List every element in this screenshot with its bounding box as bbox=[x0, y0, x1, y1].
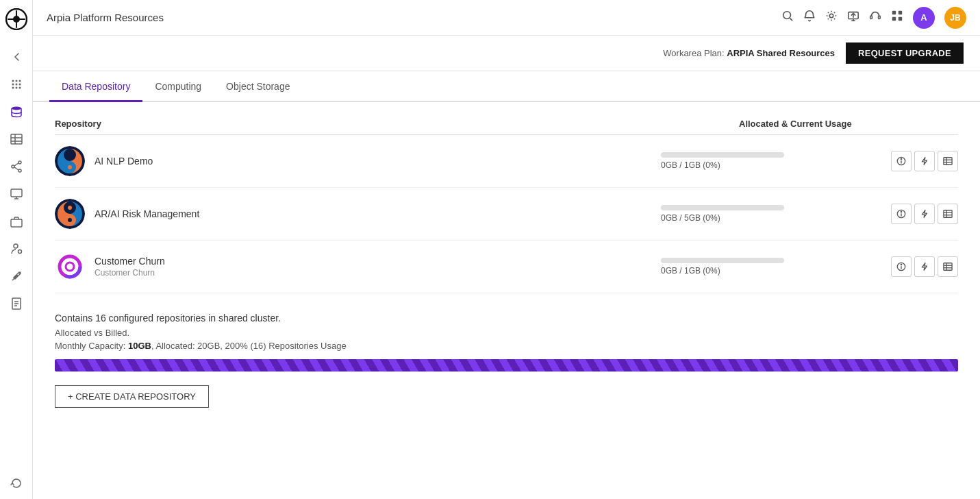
sidebar-item-person-settings[interactable] bbox=[9, 241, 24, 256]
svg-point-4 bbox=[18, 80, 21, 82]
sidebar-item-table[interactable] bbox=[9, 132, 24, 147]
col-repo-header: Repository bbox=[55, 119, 739, 129]
table-header: Repository Allocated & Current Usage bbox=[55, 119, 958, 135]
repo-name-nlp: AI NLP Demo bbox=[95, 156, 153, 167]
avatar-purple[interactable]: A bbox=[913, 7, 935, 29]
usage-bar-ar bbox=[661, 205, 784, 210]
svg-point-8 bbox=[12, 87, 14, 89]
col-usage-header: Allocated & Current Usage bbox=[739, 119, 958, 129]
page-content: Repository Allocated & Current Usage bbox=[33, 102, 980, 499]
sidebar-item-monitor[interactable] bbox=[9, 186, 24, 202]
sidebar-item-tools[interactable] bbox=[9, 269, 24, 284]
usage-bar-churn bbox=[661, 258, 784, 263]
repo-name-ar: AR/AI Risk Management bbox=[95, 208, 199, 219]
info-button-churn[interactable] bbox=[891, 256, 912, 277]
flash-button-nlp[interactable] bbox=[914, 151, 935, 171]
repo-details-nlp: AI NLP Demo bbox=[95, 156, 153, 167]
table-row: Customer Churn Customer Churn 0GB / 1GB … bbox=[55, 241, 958, 293]
info-button-nlp[interactable] bbox=[891, 151, 912, 171]
svg-point-10 bbox=[18, 87, 21, 89]
svg-point-59 bbox=[68, 206, 72, 210]
repo-details-ar: AR/AI Risk Management bbox=[95, 208, 199, 219]
create-data-repository-button[interactable]: + CREATE DATA REPOSITORY bbox=[55, 385, 209, 408]
repo-details-churn: Customer Churn Customer Churn bbox=[95, 256, 165, 278]
usage-text-ar: 0GB / 5GB (0%) bbox=[661, 213, 880, 223]
sidebar-item-database[interactable] bbox=[9, 104, 24, 119]
svg-point-74 bbox=[901, 264, 901, 265]
avatar-ar bbox=[55, 199, 85, 229]
table-button-churn[interactable] bbox=[938, 256, 958, 277]
svg-rect-24 bbox=[11, 219, 22, 227]
svg-line-19 bbox=[14, 163, 18, 166]
flash-button-churn[interactable] bbox=[914, 256, 935, 277]
svg-rect-54 bbox=[944, 158, 952, 165]
svg-rect-47 bbox=[899, 17, 902, 21]
app-logo[interactable] bbox=[5, 8, 27, 33]
repo-info-nlp: AI NLP Demo bbox=[55, 146, 661, 176]
sidebar-item-share[interactable] bbox=[9, 159, 24, 174]
svg-point-1 bbox=[13, 16, 20, 23]
repo-info-churn: Customer Churn Customer Churn bbox=[55, 252, 661, 282]
headset-icon[interactable] bbox=[869, 10, 881, 25]
avatar-yellow[interactable]: JB bbox=[944, 7, 966, 29]
plan-name: ARPIA Shared Resources bbox=[727, 48, 835, 58]
sidebar-collapse-button[interactable] bbox=[9, 49, 24, 64]
capacity-bar bbox=[55, 359, 958, 372]
sidebar-item-briefcase[interactable] bbox=[9, 214, 24, 229]
topbar: Arpia Platform Resources bbox=[33, 0, 980, 36]
page-title: Arpia Platform Resources bbox=[47, 12, 772, 23]
svg-point-60 bbox=[68, 218, 72, 222]
svg-point-53 bbox=[901, 158, 901, 159]
flash-button-ar[interactable] bbox=[914, 204, 935, 224]
tab-object-storage[interactable]: Object Storage bbox=[214, 71, 302, 102]
svg-point-11 bbox=[12, 107, 21, 110]
svg-rect-42 bbox=[870, 16, 872, 19]
main-area: Arpia Platform Resources bbox=[33, 0, 980, 499]
svg-rect-46 bbox=[892, 17, 896, 21]
usage-text-nlp: 0GB / 1GB (0%) bbox=[661, 160, 880, 170]
svg-point-26 bbox=[18, 250, 21, 254]
svg-rect-44 bbox=[892, 11, 896, 14]
svg-point-49 bbox=[68, 153, 72, 157]
avatar-churn bbox=[55, 252, 85, 282]
repo-actions-ar bbox=[891, 204, 958, 224]
plan-text: Workarea Plan: ARPIA Shared Resources bbox=[663, 48, 835, 58]
svg-rect-75 bbox=[944, 263, 952, 271]
monthly-capacity: 10GB bbox=[128, 341, 151, 351]
share-screen-icon[interactable] bbox=[847, 10, 859, 25]
table-button-ar[interactable] bbox=[938, 204, 958, 224]
svg-point-6 bbox=[15, 84, 17, 86]
grid-icon[interactable] bbox=[891, 10, 903, 25]
repo-actions-churn bbox=[891, 256, 958, 277]
svg-point-16 bbox=[18, 161, 21, 164]
svg-point-5 bbox=[12, 84, 14, 86]
svg-rect-12 bbox=[11, 134, 22, 144]
svg-point-9 bbox=[15, 87, 17, 89]
bell-icon[interactable] bbox=[803, 10, 816, 25]
svg-line-36 bbox=[790, 19, 793, 21]
svg-point-35 bbox=[783, 12, 791, 19]
repo-usage-nlp: 0GB / 1GB (0%) bbox=[661, 152, 880, 170]
settings-gear-icon[interactable] bbox=[825, 10, 838, 25]
info-button-ar[interactable] bbox=[891, 204, 912, 224]
usage-bar-nlp bbox=[661, 152, 784, 158]
summary-detail: Monthly Capacity: 10GB, Allocated: 20GB,… bbox=[55, 341, 958, 351]
sidebar-item-dashboard[interactable] bbox=[9, 77, 24, 92]
repo-usage-ar: 0GB / 5GB (0%) bbox=[661, 205, 880, 223]
repo-subtitle-churn: Customer Churn bbox=[95, 268, 165, 278]
svg-line-20 bbox=[14, 167, 18, 170]
tab-computing[interactable]: Computing bbox=[142, 71, 214, 102]
tabs-bar: Data Repository Computing Object Storage bbox=[33, 71, 980, 102]
request-upgrade-button[interactable]: REQUEST UPGRADE bbox=[846, 42, 964, 64]
table-button-nlp[interactable] bbox=[938, 151, 958, 171]
svg-rect-43 bbox=[879, 16, 881, 19]
table-row: AI NLP Demo 0GB / 1GB (0%) bbox=[55, 135, 958, 188]
sidebar-item-notes[interactable] bbox=[9, 296, 24, 311]
sidebar-item-refresh[interactable] bbox=[9, 476, 24, 491]
tab-data-repository[interactable]: Data Repository bbox=[49, 71, 142, 102]
svg-point-3 bbox=[15, 80, 17, 82]
svg-point-37 bbox=[829, 14, 833, 17]
svg-point-2 bbox=[12, 80, 14, 82]
search-icon[interactable] bbox=[781, 10, 794, 25]
content-wrapper: Workarea Plan: ARPIA Shared Resources RE… bbox=[33, 36, 980, 499]
